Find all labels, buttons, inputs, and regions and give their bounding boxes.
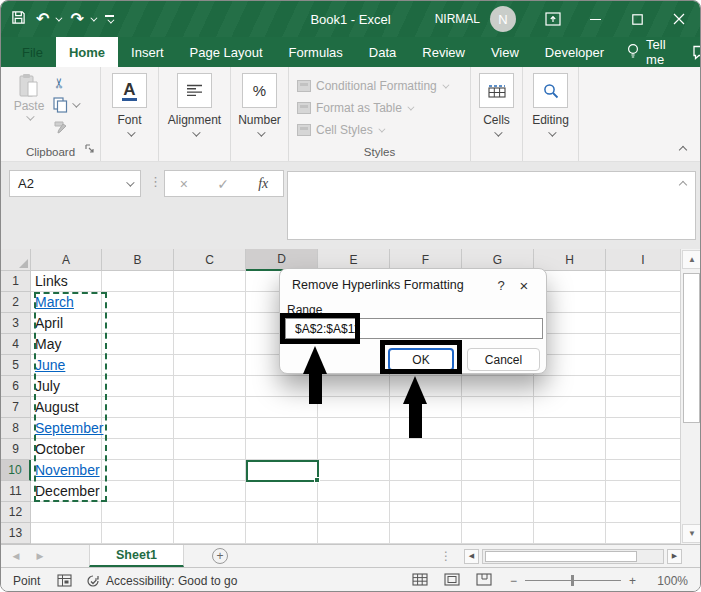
horizontal-scrollbar[interactable]: ◀ ▶	[464, 549, 682, 564]
cancel-entry-icon[interactable]: ×	[180, 176, 188, 192]
format-as-table-button[interactable]: Format as Table	[297, 97, 470, 119]
cell-I6[interactable]	[606, 376, 680, 397]
collapse-formula-bar-icon[interactable]	[679, 181, 687, 189]
tab-home[interactable]: Home	[56, 37, 118, 67]
cell-G8[interactable]	[462, 418, 534, 439]
cell-A8[interactable]: September	[31, 418, 102, 439]
cell-C4[interactable]	[174, 334, 246, 355]
clipboard-dialog-launcher-icon[interactable]	[85, 139, 94, 157]
cell-C1[interactable]	[174, 271, 246, 292]
tab-page-layout[interactable]: Page Layout	[177, 37, 276, 67]
cell-D11[interactable]	[246, 481, 318, 502]
cell-C11[interactable]	[174, 481, 246, 502]
row-header-6[interactable]: 6	[1, 376, 31, 397]
cell-G11[interactable]	[462, 481, 534, 502]
cell-I1[interactable]	[606, 271, 680, 292]
cell-H11[interactable]	[534, 481, 606, 502]
column-header-C[interactable]: C	[174, 249, 246, 271]
cell-C3[interactable]	[174, 313, 246, 334]
cell-A7[interactable]: August	[31, 397, 102, 418]
column-header-H[interactable]: H	[534, 249, 606, 271]
zoom-level[interactable]: 100%	[646, 574, 688, 588]
row-header-12[interactable]: 12	[1, 502, 31, 523]
cell-C8[interactable]	[174, 418, 246, 439]
font-group[interactable]: A Font	[101, 67, 159, 161]
cell-H9[interactable]	[534, 439, 606, 460]
close-button[interactable]	[658, 1, 700, 37]
row-header-9[interactable]: 9	[1, 439, 31, 460]
tab-review[interactable]: Review	[409, 37, 478, 67]
cell-B2[interactable]	[102, 292, 174, 313]
dialog-close-button[interactable]: ×	[512, 277, 536, 294]
cell-B10[interactable]	[102, 460, 174, 481]
cell-I5[interactable]	[606, 355, 680, 376]
cell-F10[interactable]	[390, 460, 462, 481]
cell-C6[interactable]	[174, 376, 246, 397]
cell-G9[interactable]	[462, 439, 534, 460]
new-sheet-button[interactable]: +	[212, 548, 228, 564]
row-header-1[interactable]: 1	[1, 271, 31, 292]
cell-I2[interactable]	[606, 292, 680, 313]
cell-C7[interactable]	[174, 397, 246, 418]
enter-entry-icon[interactable]: ✓	[217, 176, 229, 192]
cell-I10[interactable]	[606, 460, 680, 481]
scroll-down-icon[interactable]: ▼	[682, 524, 701, 543]
page-break-view-icon[interactable]	[476, 573, 492, 589]
normal-view-icon[interactable]	[412, 573, 428, 589]
alignment-group[interactable]: Alignment	[159, 67, 231, 161]
scroll-left-icon[interactable]: ◀	[464, 549, 479, 564]
cell-I12[interactable]	[606, 502, 680, 523]
zoom-in-icon[interactable]: +	[629, 574, 636, 588]
cell-A13[interactable]	[31, 523, 102, 544]
column-header-I[interactable]: I	[606, 249, 680, 271]
tab-formulas[interactable]: Formulas	[276, 37, 356, 67]
dialog-help-button[interactable]: ?	[490, 278, 512, 293]
editing-button[interactable]	[533, 73, 568, 108]
cell-D12[interactable]	[246, 502, 318, 523]
row-header-5[interactable]: 5	[1, 355, 31, 376]
cell-B12[interactable]	[102, 502, 174, 523]
collapse-ribbon-icon[interactable]	[679, 146, 687, 154]
cells-group[interactable]: Cells	[471, 67, 523, 161]
number-button[interactable]: %	[242, 73, 277, 108]
sheet-nav-left-icon[interactable]: ◀	[1, 551, 31, 561]
cell-A6[interactable]: July	[31, 376, 102, 397]
cell-B1[interactable]	[102, 271, 174, 292]
name-box[interactable]: A2	[9, 170, 141, 197]
cell-G13[interactable]	[462, 523, 534, 544]
insert-function-icon[interactable]: fx	[258, 176, 268, 192]
cell-G10[interactable]	[462, 460, 534, 481]
cell-I4[interactable]	[606, 334, 680, 355]
formula-input[interactable]	[287, 171, 696, 240]
cell-E8[interactable]	[318, 418, 390, 439]
cell-H12[interactable]	[534, 502, 606, 523]
cell-C2[interactable]	[174, 292, 246, 313]
cell-A12[interactable]	[31, 502, 102, 523]
minimize-button[interactable]	[574, 1, 616, 37]
cell-E13[interactable]	[318, 523, 390, 544]
tab-insert[interactable]: Insert	[118, 37, 177, 67]
vertical-scrollbar[interactable]: ▲ ▼	[680, 249, 701, 544]
cancel-button[interactable]: Cancel	[467, 348, 540, 371]
row-header-7[interactable]: 7	[1, 397, 31, 418]
cell-F11[interactable]	[390, 481, 462, 502]
horizontal-scroll-thumb[interactable]	[485, 551, 637, 562]
tell-me[interactable]: Tell me	[617, 37, 676, 67]
cell-B7[interactable]	[102, 397, 174, 418]
scroll-up-icon[interactable]: ▲	[682, 250, 701, 269]
cell-A5[interactable]: June	[31, 355, 102, 376]
cell-D9[interactable]	[246, 439, 318, 460]
row-header-3[interactable]: 3	[1, 313, 31, 334]
row-header-10[interactable]: 10	[1, 460, 31, 481]
alignment-button[interactable]	[177, 73, 212, 108]
cell-I8[interactable]	[606, 418, 680, 439]
ribbon-display-options-icon[interactable]	[532, 1, 574, 37]
cell-B11[interactable]	[102, 481, 174, 502]
cell-B9[interactable]	[102, 439, 174, 460]
cell-G12[interactable]	[462, 502, 534, 523]
row-header-8[interactable]: 8	[1, 418, 31, 439]
comments-icon[interactable]	[676, 37, 701, 67]
cell-E7[interactable]	[318, 397, 390, 418]
cell-E12[interactable]	[318, 502, 390, 523]
cell-G6[interactable]	[462, 376, 534, 397]
